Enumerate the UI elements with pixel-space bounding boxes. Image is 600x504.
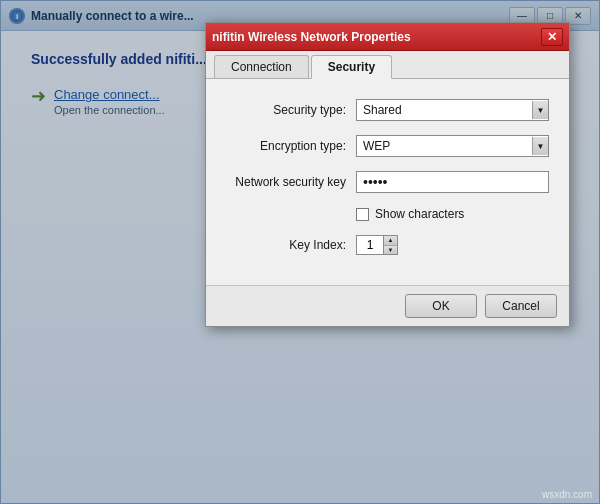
network-security-key-row: Network security key (226, 171, 549, 193)
cancel-button[interactable]: Cancel (485, 294, 557, 318)
network-security-key-label: Network security key (226, 175, 356, 189)
modal-titlebar: nifitin Wireless Network Properties ✕ (206, 23, 569, 51)
encryption-type-value: WEP (363, 139, 390, 153)
key-index-control: 1 ▲ ▼ (356, 235, 398, 255)
encryption-type-label: Encryption type: (226, 139, 356, 153)
encryption-type-control: WEP ▼ (356, 135, 549, 157)
encryption-type-row: Encryption type: WEP ▼ (226, 135, 549, 157)
encryption-type-dropdown-arrow: ▼ (532, 137, 548, 155)
watermark: wsxdn.com (542, 489, 592, 500)
key-index-label: Key Index: (226, 238, 356, 252)
key-index-row: Key Index: 1 ▲ ▼ (226, 235, 549, 255)
wireless-properties-dialog: nifitin Wireless Network Properties ✕ Co… (205, 22, 570, 327)
modal-body: Security type: Shared ▼ Encryption type:… (206, 79, 569, 285)
ok-button[interactable]: OK (405, 294, 477, 318)
key-index-value[interactable]: 1 (356, 235, 384, 255)
key-index-spinners: ▲ ▼ (384, 235, 398, 255)
key-index-up-button[interactable]: ▲ (384, 236, 397, 246)
show-characters-row: Show characters (356, 207, 549, 221)
security-type-control: Shared ▼ (356, 99, 549, 121)
tab-connection[interactable]: Connection (214, 55, 309, 78)
key-index-down-button[interactable]: ▼ (384, 246, 397, 255)
show-characters-wrap: Show characters (356, 207, 464, 221)
modal-close-button[interactable]: ✕ (541, 28, 563, 46)
modal-footer: OK Cancel (206, 285, 569, 326)
security-type-dropdown[interactable]: Shared ▼ (356, 99, 549, 121)
network-security-key-control (356, 171, 549, 193)
security-type-value: Shared (363, 103, 402, 117)
encryption-type-dropdown[interactable]: WEP ▼ (356, 135, 549, 157)
security-type-label: Security type: (226, 103, 356, 117)
show-characters-checkbox[interactable] (356, 208, 369, 221)
modal-overlay: nifitin Wireless Network Properties ✕ Co… (0, 0, 600, 504)
network-security-key-input[interactable] (356, 171, 549, 193)
modal-title: nifitin Wireless Network Properties (212, 30, 541, 44)
security-type-row: Security type: Shared ▼ (226, 99, 549, 121)
modal-tabs: Connection Security (206, 51, 569, 79)
security-type-dropdown-arrow: ▼ (532, 101, 548, 119)
show-characters-label: Show characters (375, 207, 464, 221)
tab-security[interactable]: Security (311, 55, 392, 79)
